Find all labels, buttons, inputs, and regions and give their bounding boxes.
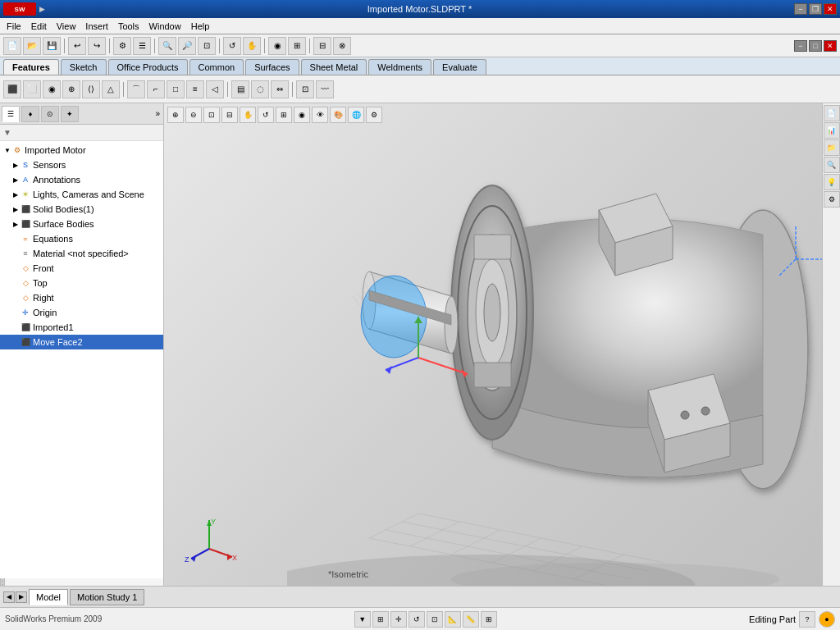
rotate-button[interactable]: ↺ xyxy=(223,37,241,55)
save-button[interactable]: 💾 xyxy=(43,37,61,55)
restore-button[interactable]: ❐ xyxy=(809,3,822,15)
loft-button[interactable]: △ xyxy=(102,80,120,98)
reference-geometry-button[interactable]: ⊡ xyxy=(296,80,314,98)
tree-item-right[interactable]: ▶ ◇ Right xyxy=(0,290,163,305)
circular-pattern-button[interactable]: ◌ xyxy=(251,80,269,98)
panel-restore-button[interactable]: □ xyxy=(809,40,822,52)
ribbon-tab-evaluate[interactable]: Evaluate xyxy=(433,59,486,75)
tab-motion-study[interactable]: Motion Study 1 xyxy=(70,589,144,605)
tree-surface-expand[interactable]: ▶ xyxy=(11,220,20,228)
tree-item-moveface2[interactable]: ▶ ⬛ Move Face2 xyxy=(0,335,163,349)
rotate-status-button[interactable]: ↺ xyxy=(409,611,425,628)
chamfer-button[interactable]: ⌐ xyxy=(147,80,165,98)
tab-model[interactable]: Model xyxy=(29,589,68,605)
rotate-vp-button[interactable]: ↺ xyxy=(258,107,274,123)
ribbon-tab-features[interactable]: Features xyxy=(3,59,59,75)
file-explorer-button[interactable]: 📁 xyxy=(824,139,840,156)
redo-button[interactable]: ↪ xyxy=(88,37,106,55)
sketch-status-button[interactable]: 📐 xyxy=(445,611,461,628)
menu-item-window[interactable]: Window xyxy=(144,20,186,33)
tree-item-surface-bodies[interactable]: ▶ ⬛ Surface Bodies xyxy=(0,217,163,231)
tree-item-origin[interactable]: ▶ ✛ Origin xyxy=(0,305,163,320)
tree-item-imported1[interactable]: ▶ ⬛ Imported1 xyxy=(0,320,163,335)
menu-item-insert[interactable]: Insert xyxy=(80,20,113,33)
extruded-boss-button[interactable]: ⬛ xyxy=(3,80,21,98)
tree-item-front[interactable]: ▶ ◇ Front xyxy=(0,261,163,276)
pan-button[interactable]: ✋ xyxy=(243,37,261,55)
tree-lights-expand[interactable]: ▶ xyxy=(11,190,20,199)
corner-button[interactable]: ● xyxy=(819,611,835,628)
section-view-button[interactable]: ⊟ xyxy=(313,37,331,55)
ribbon-tab-office-products[interactable]: Office Products xyxy=(108,59,188,75)
tree-item-equations[interactable]: ▶ = Equations xyxy=(0,231,163,246)
menu-item-edit[interactable]: Edit xyxy=(26,20,52,33)
property-manager-tab[interactable]: ♦ xyxy=(21,106,39,122)
tree-item-solid-bodies[interactable]: ▶ ⬛ Solid Bodies(1) xyxy=(0,202,163,217)
appearances-button[interactable]: 💡 xyxy=(824,174,840,190)
revolved-boss-button[interactable]: ◉ xyxy=(43,80,61,98)
selection-filter-button[interactable]: ▼ xyxy=(354,611,371,628)
panel-minimize-button[interactable]: − xyxy=(794,40,807,52)
menu-item-tools[interactable]: Tools xyxy=(113,20,144,33)
curves-button[interactable]: 〰 xyxy=(316,80,334,98)
help-button[interactable]: ? xyxy=(799,611,815,628)
sweep-button[interactable]: ⟨⟩ xyxy=(82,80,100,98)
rib-button[interactable]: ≡ xyxy=(186,80,204,98)
hole-wizard-button[interactable]: ⊕ xyxy=(62,80,80,98)
command-manager-button[interactable]: 📄 xyxy=(824,105,840,121)
menu-item-view[interactable]: View xyxy=(52,20,81,33)
scale-button[interactable]: ⊡ xyxy=(427,611,443,628)
options-button[interactable]: ☰ xyxy=(133,37,151,55)
linear-pattern-button[interactable]: ▤ xyxy=(231,80,249,98)
tree-item-sensors[interactable]: ▶ S Sensors xyxy=(0,158,163,172)
tree-root[interactable]: ▼ ⚙ Imported Motor xyxy=(0,143,163,158)
search-button-right[interactable]: 🔍 xyxy=(824,157,840,173)
close-button[interactable]: ✕ xyxy=(824,3,837,15)
undo-button[interactable]: ↩ xyxy=(68,37,86,55)
panel-resize-handle[interactable]: ⋮ xyxy=(0,578,5,586)
design-library-button[interactable]: 📊 xyxy=(824,122,840,139)
zoom-previous-button[interactable]: ⊟ xyxy=(221,107,238,123)
display-style-button[interactable]: ◉ xyxy=(268,37,286,55)
open-button[interactable]: 📂 xyxy=(23,37,41,55)
dim-xpert-tab[interactable]: ✦ xyxy=(61,106,79,122)
zoom-out-button[interactable]: 🔎 xyxy=(178,37,196,55)
minimize-button[interactable]: − xyxy=(794,3,807,15)
nav-next-button[interactable]: ▶ xyxy=(16,591,27,603)
feature-manager-tab[interactable]: ☰ xyxy=(2,106,20,122)
snap-button[interactable]: ⊞ xyxy=(372,611,389,628)
viewport[interactable]: ⊕ ⊖ ⊡ ⊟ ✋ ↺ ⊞ ◉ 👁 🎨 🌐 ⚙ xyxy=(164,103,822,586)
ribbon-tab-surfaces[interactable]: Surfaces xyxy=(245,59,299,75)
extruded-cut-button[interactable]: ⬜ xyxy=(23,80,41,98)
display-mode-button[interactable]: ◉ xyxy=(294,107,310,123)
view-orientation-button[interactable]: ⊞ xyxy=(288,37,306,55)
ribbon-tab-weldments[interactable]: Weldments xyxy=(368,59,431,75)
view-settings-button[interactable]: ⊗ xyxy=(333,37,351,55)
configuration-manager-tab[interactable]: ⊙ xyxy=(41,106,59,122)
tree-solid-expand[interactable]: ▶ xyxy=(11,205,20,213)
panel-expand-button[interactable]: » xyxy=(153,107,162,120)
mirror-button[interactable]: ⇔ xyxy=(271,80,289,98)
view-settings-vp-button[interactable]: ⚙ xyxy=(366,107,382,123)
menu-item-help[interactable]: Help xyxy=(186,20,215,33)
tree-item-top[interactable]: ▶ ◇ Top xyxy=(0,276,163,290)
tree-item-lights[interactable]: ▶ ☀ Lights, Cameras and Scene xyxy=(0,187,163,202)
zoom-out-vp-button[interactable]: ⊖ xyxy=(185,107,202,123)
tree-root-expand[interactable]: ▼ xyxy=(3,146,11,154)
move-button[interactable]: ✛ xyxy=(390,611,407,628)
3d-sketch-button[interactable]: 📏 xyxy=(463,611,479,628)
scene-button[interactable]: 🌐 xyxy=(348,107,364,123)
grid-button[interactable]: ⊞ xyxy=(481,611,497,628)
nav-prev-button[interactable]: ◀ xyxy=(3,591,15,603)
custom-properties-button[interactable]: ⚙ xyxy=(824,191,840,208)
pan-vp-button[interactable]: ✋ xyxy=(240,107,256,123)
tree-sensors-expand[interactable]: ▶ xyxy=(11,161,20,169)
ribbon-tab-sketch[interactable]: Sketch xyxy=(61,59,107,75)
tree-item-annotations[interactable]: ▶ A Annotations xyxy=(0,172,163,187)
rebuild-button[interactable]: ⚙ xyxy=(113,37,131,55)
menu-item-file[interactable]: File xyxy=(2,20,26,33)
fillet-button[interactable]: ⌒ xyxy=(127,80,145,98)
panel-close-button[interactable]: ✕ xyxy=(824,40,837,52)
tree-item-material[interactable]: ▶ ≡ Material <not specified> xyxy=(0,246,163,261)
fit-button[interactable]: ⊡ xyxy=(198,37,216,55)
